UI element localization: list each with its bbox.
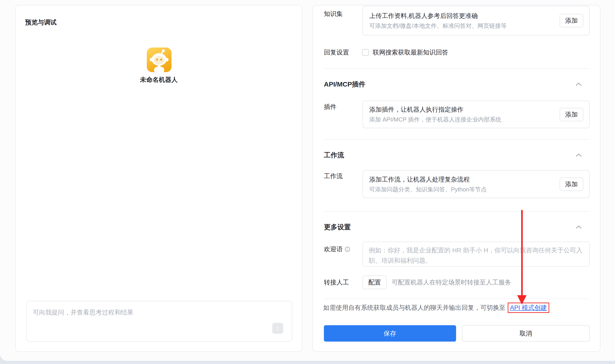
handoff-label: 转接人工 (324, 278, 349, 286)
annotation-arrow-line (521, 210, 523, 296)
bot-name: 未命名机器人 (16, 76, 302, 84)
arrow-up-icon: ↑ (276, 325, 280, 332)
chevron-up-icon[interactable] (575, 153, 582, 157)
robot-icon (147, 48, 171, 72)
chevron-up-icon[interactable] (575, 225, 582, 229)
handoff-config-button[interactable]: 配置 (363, 275, 387, 289)
knowledge-add-button[interactable]: 添加 (559, 14, 583, 27)
save-button[interactable]: 保存 (324, 325, 456, 342)
knowledge-subtitle: 可添加文档/微盘/本地文件、标准问答对、网页链接等 (369, 22, 553, 30)
chat-input[interactable] (27, 301, 292, 341)
workflow-label: 工作流 (324, 172, 343, 180)
web-search-label: 联网搜索获取最新知识回答 (373, 48, 448, 56)
knowledge-box: 上传工作资料,机器人参考后回答更准确 可添加文档/微盘/本地文件、标准问答对、网… (363, 6, 590, 35)
workflow-section-header: 工作流 (324, 151, 344, 160)
handoff-description: 可配置机器人在特定场景时转接至人工服务 (392, 278, 511, 286)
plugin-subtitle: 添加 API/MCP 插件，便于机器人连接企业内部系统 (369, 116, 553, 123)
chevron-up-icon[interactable] (575, 82, 582, 86)
plugin-label: 插件 (324, 103, 336, 111)
section-divider (324, 68, 590, 69)
plugin-title: 添加插件，让机器人执行指定操作 (369, 105, 553, 114)
annotation-arrow-head (517, 295, 527, 305)
preview-panel-title: 预览与调试 (25, 18, 56, 26)
workflow-title: 添加工作流，让机器人处理复杂流程 (369, 176, 553, 183)
plugin-section-header: API/MCP插件 (324, 80, 365, 89)
welcome-message-input[interactable] (363, 242, 590, 267)
section-divider (324, 139, 590, 140)
annotation-highlight-box: API 模式创建 (508, 303, 549, 313)
api-mode-note-text: 如需使用自有系统获取成员与机器人的聊天并输出回复，可切换至 (323, 303, 505, 312)
section-divider (324, 211, 590, 212)
workflow-box: 添加工作流，让机器人处理复杂流程 可添加问题分类、知识集问答、Python等节点… (363, 170, 590, 198)
knowledge-title: 上传工作资料,机器人参考后回答更准确 (369, 12, 553, 20)
api-mode-note: 如需使用自有系统获取成员与机器人的聊天并输出回复，可切换至 API 模式创建 (323, 303, 549, 312)
web-search-option: 联网搜索获取最新知识回答 (362, 48, 448, 56)
workflow-add-button[interactable]: 添加 (559, 178, 583, 191)
web-search-checkbox[interactable] (362, 49, 369, 56)
welcome-label-row: 欢迎语 i (324, 245, 350, 253)
send-button[interactable]: ↑ (272, 323, 283, 334)
api-mode-link[interactable]: API 模式创建 (510, 304, 547, 311)
reply-settings-label: 回复设置 (324, 48, 349, 56)
preview-panel: 预览与调试 未命名机器人 ↑ (15, 5, 302, 352)
plugin-add-button[interactable]: 添加 (559, 108, 583, 121)
bot-avatar (147, 48, 171, 72)
info-icon[interactable]: i (345, 247, 350, 252)
workflow-subtitle: 可添加问题分类、知识集问答、Python等节点 (369, 186, 553, 193)
settings-panel: 知识集 上传工作资料,机器人参考后回答更准确 可添加文档/微盘/本地文件、标准问… (312, 5, 601, 352)
welcome-label: 欢迎语 (324, 245, 343, 253)
more-settings-header: 更多设置 (324, 222, 351, 232)
chat-input-box: ↑ (26, 301, 292, 342)
knowledge-label: 知识集 (324, 10, 343, 18)
section-divider (324, 299, 590, 299)
cancel-button[interactable]: 取消 (462, 325, 590, 342)
plugin-box: 添加插件，让机器人执行指定操作 添加 API/MCP 插件，便于机器人连接企业内… (363, 101, 590, 128)
